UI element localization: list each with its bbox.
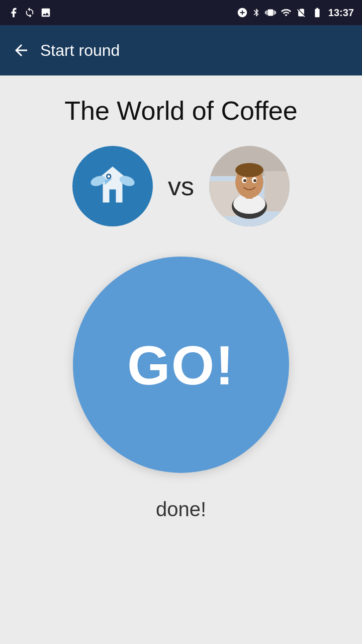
status-bar-left-icons (8, 7, 51, 18)
vibrate-icon (265, 7, 276, 18)
svg-point-7 (108, 175, 110, 178)
battery-icon (310, 7, 324, 18)
player-left-avatar (72, 146, 153, 226)
vs-label: vs (168, 171, 194, 201)
status-bar: 13:37 (0, 0, 362, 25)
sync-icon (24, 7, 35, 18)
status-time: 13:37 (328, 7, 354, 19)
main-content: The World of Coffee vs (0, 75, 362, 644)
image-icon (40, 7, 51, 18)
app-bar: Start round (0, 25, 362, 75)
no-sim-icon (296, 7, 306, 18)
page-title: The World of Coffee (64, 96, 297, 126)
svg-point-18 (235, 163, 263, 177)
person-photo-icon (209, 146, 290, 226)
back-arrow-icon (12, 41, 30, 59)
player-right-avatar (209, 146, 290, 226)
svg-point-21 (243, 179, 246, 182)
gps-icon (237, 7, 248, 18)
svg-point-22 (253, 179, 256, 182)
wifi-icon (280, 7, 292, 18)
status-bar-right-icons: 13:37 (237, 7, 354, 19)
vs-row: vs (10, 146, 352, 226)
app-bar-title: Start round (40, 41, 120, 60)
go-button[interactable]: GO! (73, 257, 289, 473)
facebook-icon (8, 7, 19, 18)
svg-rect-12 (264, 171, 290, 211)
go-label: GO! (127, 333, 235, 397)
back-button[interactable] (12, 41, 30, 59)
done-label: done! (156, 498, 206, 521)
bluetooth-icon (252, 7, 261, 18)
app-logo-icon (80, 153, 145, 219)
